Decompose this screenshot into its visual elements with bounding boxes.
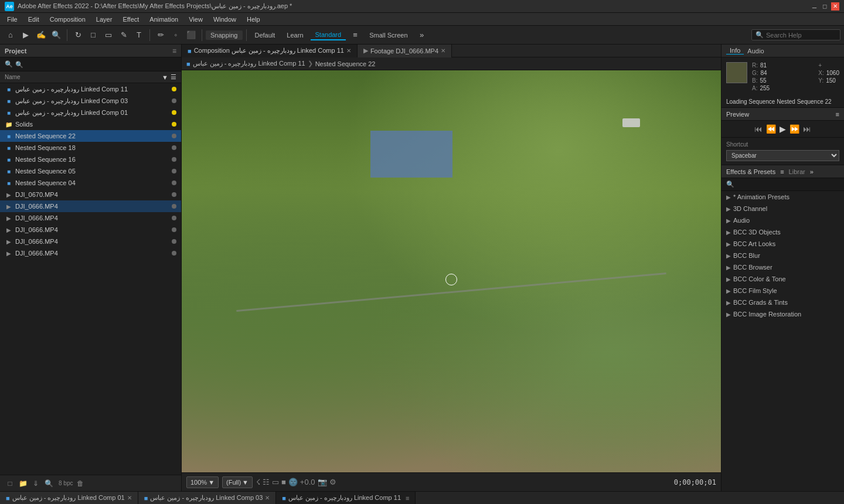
effects-item-bcc-grads-tints[interactable]: ▶ BCC Grads & Tints — [722, 297, 844, 308]
menu-layer[interactable]: Layer — [91, 15, 117, 24]
workspace-small-screen[interactable]: Small Screen — [365, 30, 412, 40]
timeline-tab-comp03[interactable]: ■ رودبارچیره - زمین عباس Linked Comp 03 … — [138, 492, 277, 505]
search-project-button[interactable]: 🔍 — [43, 478, 54, 489]
list-item[interactable]: ■ رودبارچیره - زمین عباس Linked Comp 03 — [0, 95, 181, 107]
project-search-input[interactable] — [15, 61, 176, 68]
list-item[interactable]: ▶ DJI_0666.MP4 — [0, 212, 181, 224]
comp-tab-active[interactable]: ■ Composition رودبارچیره - زمین عباس Lin… — [182, 45, 358, 57]
quality-selector[interactable]: (Full) ▼ — [222, 476, 253, 488]
library-tab[interactable]: Librar — [789, 168, 805, 175]
plus-icon[interactable]: +0.0 — [300, 478, 315, 486]
effects-item-bcc-film-style[interactable]: ▶ BCC Film Style — [722, 285, 844, 297]
new-folder-button[interactable]: 📁 — [18, 478, 28, 489]
menu-composition[interactable]: Composition — [45, 15, 90, 24]
effects-search-input[interactable] — [737, 181, 839, 188]
project-search-bar[interactable]: 🔍 — [0, 57, 181, 71]
hand-tool[interactable]: ✍ — [34, 28, 48, 42]
list-item[interactable]: ▶ DJI_0666.MP4 — [0, 247, 181, 259]
play-button[interactable]: ▶ — [780, 124, 786, 134]
effects-item-bcc-3d-objects[interactable]: ▶ BCC 3D Objects — [722, 226, 844, 238]
fit-to-screen-icon[interactable]: ☇ — [256, 478, 260, 486]
tab-info[interactable]: Info — [726, 47, 744, 55]
workspace-menu[interactable]: ≡ — [348, 28, 362, 42]
effects-item-bcc-color-tone[interactable]: ▶ BCC Color & Tone — [722, 273, 844, 285]
brush-tool[interactable]: ✏ — [154, 28, 168, 42]
preview-menu-icon[interactable]: ≡ — [836, 111, 839, 118]
list-item[interactable]: ▶ DJI_0670.MP4 — [0, 189, 181, 200]
home-tool[interactable]: ⌂ — [4, 28, 18, 42]
close-button[interactable]: ✕ — [831, 2, 839, 11]
comp-tab-close[interactable]: ✕ — [346, 47, 351, 54]
text-tool[interactable]: T — [132, 28, 146, 42]
list-item[interactable]: ■ Nested Sequence 16 — [0, 154, 181, 165]
transparency-icon[interactable]: ■ — [281, 478, 286, 486]
list-item[interactable]: ▶ DJI_0666.MP4 — [0, 236, 181, 247]
workspace-default[interactable]: Default — [250, 30, 280, 40]
menu-edit[interactable]: Edit — [23, 15, 44, 24]
workspace-expand[interactable]: » — [415, 28, 429, 42]
effects-tab[interactable]: Effects & Presets — [726, 168, 775, 175]
list-item[interactable]: 📁 Solids — [0, 118, 181, 130]
safe-zones-icon[interactable]: ▭ — [272, 478, 279, 486]
zoom-tool[interactable]: 🔍 — [49, 28, 63, 42]
project-menu-icon[interactable]: ≡ — [172, 47, 176, 55]
comp01-tab-close[interactable]: ✕ — [127, 495, 132, 501]
grid-icon[interactable]: ☷ — [263, 478, 270, 486]
pen-tool[interactable]: ✎ — [117, 28, 131, 42]
search-input[interactable] — [766, 32, 836, 39]
effects-item-audio[interactable]: ▶ Audio — [722, 214, 844, 226]
breadcrumb-sequence[interactable]: Nested Sequence 22 — [315, 60, 376, 67]
search-box[interactable]: 🔍 — [751, 29, 840, 40]
composition-viewer[interactable] — [182, 70, 721, 472]
window-controls[interactable]: ⚊ ◻ ✕ — [810, 2, 839, 11]
effects-item-bcc-image-restoration[interactable]: ▶ BCC Image Restoration — [722, 308, 844, 320]
list-item[interactable]: ■ Nested Sequence 22 — [0, 130, 181, 142]
snapping-toggle[interactable]: Snapping — [206, 30, 243, 40]
list-item[interactable]: ■ Nested Sequence 05 — [0, 165, 181, 177]
anchor-tool[interactable]: □ — [86, 28, 100, 42]
clone-tool[interactable]: ◦ — [169, 28, 183, 42]
menu-file[interactable]: File — [2, 15, 22, 24]
comp11-menu-icon[interactable]: ≡ — [406, 495, 409, 502]
zoom-selector[interactable]: 100% ▼ — [186, 476, 219, 488]
timeline-tab-comp11[interactable]: ■ رودبارچیره - زمین عباس Linked Comp 11 … — [276, 492, 416, 505]
maximize-button[interactable]: ◻ — [821, 2, 829, 11]
effects-item-bcc-blur[interactable]: ▶ BCC Blur — [722, 250, 844, 261]
menu-effect[interactable]: Effect — [118, 15, 144, 24]
selection-tool[interactable]: ▶ — [19, 28, 33, 42]
comp03-tab-close[interactable]: ✕ — [265, 495, 270, 501]
workspace-standard[interactable]: Standard — [311, 30, 346, 40]
list-item[interactable]: ■ رودبارچیره - زمین عباس Linked Comp 01 — [0, 107, 181, 118]
shortcut-select[interactable]: Spacebar — [726, 150, 839, 161]
import-button[interactable]: ⇓ — [30, 478, 41, 489]
effects-search-bar[interactable]: 🔍 — [722, 178, 844, 191]
list-item[interactable]: ■ Nested Sequence 18 — [0, 142, 181, 154]
preview-settings-icon[interactable]: ⚙ — [329, 478, 336, 486]
new-composition-button[interactable]: □ — [5, 478, 15, 489]
minimize-button[interactable]: ⚊ — [810, 2, 818, 11]
shape-tool[interactable]: ▭ — [101, 28, 115, 42]
color-picker-icon[interactable]: 🌚 — [288, 478, 298, 486]
menu-view[interactable]: View — [184, 15, 207, 24]
skip-to-end-button[interactable]: ⏭ — [803, 124, 811, 134]
list-item[interactable]: ▶ DJI_0666.MP4 — [0, 224, 181, 236]
delete-button[interactable]: 🗑 — [75, 478, 86, 489]
list-item[interactable]: ■ Nested Sequence 04 — [0, 177, 181, 189]
effects-item-animation-presets[interactable]: ▶ * Animation Presets — [722, 191, 844, 203]
effects-item-3d-channel[interactable]: ▶ 3D Channel — [722, 203, 844, 214]
timeline-tab-comp01[interactable]: ■ رودبارچیره - زمین عباس Linked Comp 01 … — [0, 492, 138, 505]
footage-tab[interactable]: ▶ Footage DJI_0666.MP4 ✕ — [358, 45, 452, 57]
camera-icon[interactable]: 📷 — [318, 478, 327, 486]
step-forward-button[interactable]: ⏩ — [789, 124, 799, 134]
effects-menu-icon[interactable]: ≡ — [780, 168, 784, 175]
eraser-tool[interactable]: ⬛ — [184, 28, 198, 42]
col-options-icon[interactable]: ☰ — [171, 73, 176, 81]
step-back-button[interactable]: ⏪ — [766, 124, 776, 134]
expand-icon[interactable]: » — [810, 168, 814, 175]
workspace-learn[interactable]: Learn — [282, 30, 308, 40]
list-item[interactable]: ▶ DJI_0666.MP4 — [0, 200, 181, 212]
menu-window[interactable]: Window — [209, 15, 241, 24]
menu-help[interactable]: Help — [242, 15, 265, 24]
col-sort-icon[interactable]: ▼ — [162, 74, 168, 81]
effects-item-bcc-browser[interactable]: ▶ BCC Browser — [722, 261, 844, 273]
